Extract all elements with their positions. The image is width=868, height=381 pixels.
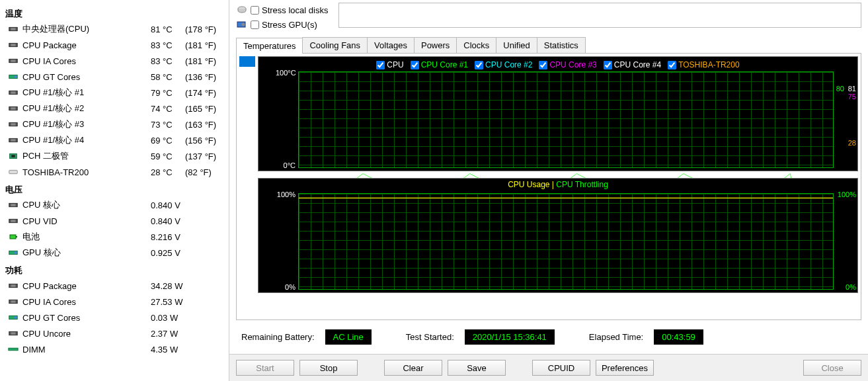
clear-button[interactable]: Clear <box>384 360 442 376</box>
chart-scroll-track[interactable] <box>239 56 255 317</box>
tab-powers[interactable]: Powers <box>414 37 457 53</box>
dialog-button-bar: Start Stop Clear Save CPUID Preferences … <box>229 354 868 381</box>
svg-rect-35 <box>9 348 18 351</box>
legend-checkbox[interactable] <box>411 61 419 69</box>
legend-item[interactable]: CPU Core #3 <box>539 60 596 69</box>
start-button[interactable]: Start <box>236 360 294 376</box>
stress-gpus-checkbox[interactable] <box>251 21 259 29</box>
svg-rect-13 <box>11 123 15 126</box>
sensor-name: CPU VID <box>22 216 151 226</box>
sensor-row[interactable]: CPU Uncore2.37 W <box>5 325 223 341</box>
sensor-name: CPU #1/核心 #4 <box>22 134 151 146</box>
preferences-button[interactable]: Preferences <box>596 360 654 376</box>
sensor-name: CPU 核心 <box>22 199 151 211</box>
svg-rect-26 <box>14 251 17 254</box>
legend-item[interactable]: CPU Core #4 <box>604 60 661 69</box>
legend-checkbox[interactable] <box>376 61 385 69</box>
sensor-icon <box>8 330 19 337</box>
sensor-row[interactable]: CPU GT Cores0.03 W <box>5 310 223 325</box>
svg-rect-7 <box>14 75 17 78</box>
sensor-icon <box>8 58 19 64</box>
sensor-name: CPU Package <box>22 281 151 291</box>
sensor-row[interactable]: GPU 核心0.925 V <box>5 245 223 261</box>
svg-rect-9 <box>11 91 15 94</box>
sensor-row[interactable]: 电池8.216 V <box>5 229 223 245</box>
sensor-row[interactable]: CPU IA Cores27.53 W <box>5 294 223 310</box>
legend-label: CPU Core #2 <box>485 60 532 69</box>
sensor-name: TOSHIBA-TR200 <box>22 167 151 177</box>
legend-checkbox[interactable] <box>475 61 483 69</box>
tab-statistics[interactable]: Statistics <box>537 37 586 53</box>
svg-rect-32 <box>14 316 17 319</box>
temp-current-value: 81 <box>848 85 856 93</box>
sensor-value: 73 °C <box>151 120 185 130</box>
disk-icon <box>236 4 248 16</box>
sensor-value: 81 °C <box>151 24 185 34</box>
svg-rect-22 <box>11 220 15 222</box>
sensor-value: 79 °C <box>151 88 185 98</box>
test-started-value: 2020/1/15 15:36:41 <box>465 329 555 345</box>
temperature-chart: CPU CPU Core #1 CPU Core #2 CPU Core #3 … <box>258 56 858 171</box>
legend-checkbox[interactable] <box>539 61 547 69</box>
svg-rect-1 <box>11 28 15 30</box>
sensor-name: CPU #1/核心 #1 <box>22 87 151 99</box>
sensor-name: CPU #1/核心 #3 <box>22 118 151 130</box>
sensor-row[interactable]: CPU GT Cores58 °C(136 °F) <box>5 69 223 85</box>
sensor-value-alt: (136 °F) <box>185 72 223 82</box>
sensor-row[interactable]: TOSHIBA-TR20028 °C(82 °F) <box>5 164 223 180</box>
svg-rect-17 <box>11 155 15 157</box>
save-button[interactable]: Save <box>448 360 506 376</box>
tab-voltages[interactable]: Voltages <box>367 37 414 53</box>
sensor-name: CPU GT Cores <box>22 72 151 82</box>
sensor-row[interactable]: CPU Package83 °C(181 °F) <box>5 37 223 53</box>
sensor-row[interactable]: DIMM4.35 W <box>5 341 223 357</box>
stop-button[interactable]: Stop <box>299 360 358 376</box>
battery-label: Remaining Battery: <box>241 332 315 342</box>
sensor-icon <box>8 169 19 175</box>
sensor-value: 0.840 V <box>151 200 185 210</box>
sensor-icon <box>8 282 19 289</box>
sensor-icon <box>8 42 19 48</box>
usage-rlabel-top: 100% <box>838 190 856 198</box>
legend-item[interactable]: CPU Core #2 <box>475 60 532 69</box>
temp-current-value: 28 <box>848 139 856 147</box>
tab-temperatures[interactable]: Temperatures <box>236 38 303 54</box>
sensor-name: CPU #1/核心 #2 <box>22 103 151 114</box>
svg-rect-11 <box>11 107 15 110</box>
sensor-tree: 温度中央处理器(CPU)81 °C(178 °F)CPU Package83 °… <box>0 0 229 381</box>
close-button[interactable]: Close <box>803 360 861 376</box>
cpuid-button[interactable]: CPUID <box>532 360 590 376</box>
tab-clocks[interactable]: Clocks <box>456 37 496 53</box>
sensor-row[interactable]: CPU #1/核心 #373 °C(163 °F) <box>5 116 223 132</box>
sensor-icon <box>8 105 19 112</box>
sensor-row[interactable]: 中央处理器(CPU)81 °C(178 °F) <box>5 21 223 37</box>
sensor-row[interactable]: CPU VID0.840 V <box>5 213 223 229</box>
legend-item[interactable]: TOSHIBA-TR200 <box>668 60 739 69</box>
temp-ylabel-top: 100°C <box>276 69 296 77</box>
sensor-icon <box>8 218 19 224</box>
svg-rect-5 <box>11 60 15 62</box>
stress-disks-checkbox[interactable] <box>251 6 259 15</box>
legend-checkbox[interactable] <box>668 61 676 69</box>
sensor-row[interactable]: CPU Package34.28 W <box>5 278 223 294</box>
status-row: Remaining Battery: AC Line Test Started:… <box>236 320 861 351</box>
svg-rect-24 <box>16 236 17 237</box>
sensor-row[interactable]: CPU #1/核心 #274 °C(165 °F) <box>5 101 223 116</box>
svg-rect-15 <box>11 139 15 142</box>
chart-tabs: TemperaturesCooling FansVoltagesPowersCl… <box>236 37 861 54</box>
sensor-value: 28 °C <box>151 167 185 177</box>
sensor-row[interactable]: CPU #1/核心 #469 °C(156 °F) <box>5 132 223 148</box>
tab-cooling-fans[interactable]: Cooling Fans <box>302 37 368 53</box>
legend-checkbox[interactable] <box>604 61 612 69</box>
tab-unified[interactable]: Unified <box>496 37 537 53</box>
legend-item[interactable]: CPU Core #1 <box>411 60 468 69</box>
sensor-row[interactable]: CPU #1/核心 #179 °C(174 °F) <box>5 85 223 101</box>
sensor-row[interactable]: CPU IA Cores83 °C(181 °F) <box>5 53 223 69</box>
stress-test-panel: Stress local disks Stress GPU(s) Tempera… <box>229 0 868 381</box>
sensor-row[interactable]: PCH 二极管59 °C(137 °F) <box>5 148 223 164</box>
temp-current-value: 75 <box>848 93 856 101</box>
legend-item[interactable]: CPU <box>376 60 403 69</box>
gpu-icon <box>236 19 248 30</box>
section-header: 电压 <box>5 180 223 197</box>
sensor-row[interactable]: CPU 核心0.840 V <box>5 197 223 213</box>
